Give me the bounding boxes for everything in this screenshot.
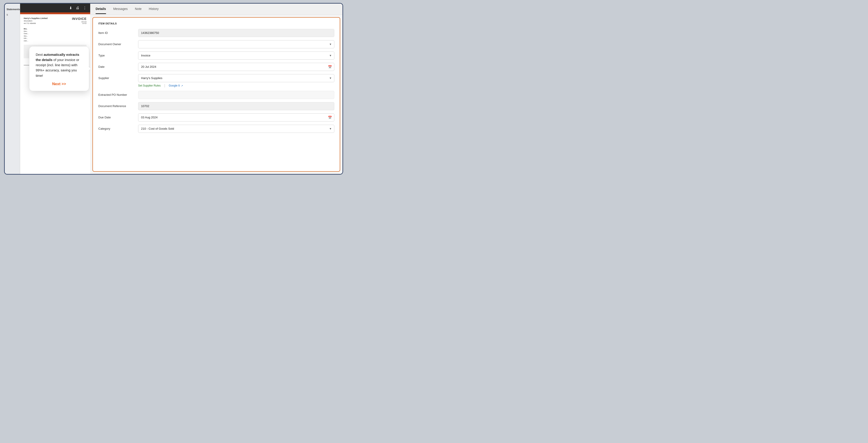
invoice-ref: 10702 <box>72 23 87 24</box>
tooltip-text: Dext automatically extracts the details … <box>36 52 83 78</box>
tab-details[interactable]: Details <box>96 4 106 14</box>
category-arrow: ▼ <box>329 127 332 130</box>
category-field[interactable]: 210 - Cost of Goods Sold ▼ <box>138 125 334 133</box>
details-panel: ITEM DETAILS Item ID 14362380750 Documen… <box>92 17 340 172</box>
external-link-icon: ↗ <box>181 84 183 87</box>
document-owner-row: Document Owner ▼ <box>98 40 334 48</box>
invoice-company-name: Harry's Supplies Limited <box>24 17 48 20</box>
invoice-header-right: INVOICE 20/7/24 10702 <box>72 17 87 24</box>
tab-history[interactable]: History <box>149 4 159 14</box>
type-field[interactable]: Invoice ▼ <box>138 52 334 60</box>
po-number-label: Extracted PO Number <box>98 93 134 97</box>
invoice-bill-section: BILL Dire... Oran... Sho... 020... oran.… <box>20 27 90 43</box>
download-icon[interactable]: ⬇ <box>69 6 72 10</box>
due-date-calendar-icon: 📅 <box>328 116 332 119</box>
tooltip-text-dext: Dext <box>36 53 43 57</box>
tab-messages[interactable]: Messages <box>113 4 128 14</box>
date-field[interactable]: 20 Jul 2024 📅 <box>138 63 334 71</box>
sidebar-header: Statements 1 <box>6 7 18 11</box>
tab-note[interactable]: Note <box>135 4 142 14</box>
doc-reference-label: Document Reference <box>98 104 134 108</box>
invoice-header-bar <box>20 12 90 14</box>
tabs-bar: Details Messages Note History <box>90 4 342 15</box>
statements-label: Statements <box>6 8 20 11</box>
doc-reference-value: 10702 <box>141 104 149 108</box>
due-date-value: 03 Aug 2024 <box>141 116 158 119</box>
invoice-date: 20/7/24 <box>72 21 87 23</box>
supplier-label: Supplier <box>98 76 134 80</box>
supplier-links: Set Supplier Rules | Google It ↗ <box>138 83 334 88</box>
item-id-field: 14362380750 <box>138 29 334 37</box>
section-title: ITEM DETAILS <box>98 22 334 25</box>
tooltip-popup: Dext automatically extracts the details … <box>29 46 89 91</box>
google-it-link[interactable]: Google It ↗ <box>169 84 183 87</box>
doc-reference-row: Document Reference 10702 <box>98 102 334 110</box>
doc-reference-field[interactable]: 10702 <box>138 102 334 110</box>
item-id-label: Item ID <box>98 31 134 35</box>
supplier-field[interactable]: Harry's Supplies ▼ <box>138 74 334 82</box>
supplier-row: Supplier Harry's Supplies ▼ <box>98 74 334 82</box>
date-value: 20 Jul 2024 <box>141 65 156 68</box>
print-icon[interactable]: 🖨 <box>76 6 79 10</box>
due-date-field[interactable]: 03 Aug 2024 📅 <box>138 113 334 122</box>
due-date-row: Due Date 03 Aug 2024 📅 <box>98 113 334 122</box>
category-row: Category 210 - Cost of Goods Sold ▼ <box>98 125 334 133</box>
sidebar: Statements 1 s <box>5 4 20 174</box>
doc-viewer: ⬇ 🖨 ⋮ Harry's Supplies Limited Shoreditc… <box>20 4 90 174</box>
more-options-icon[interactable]: ⋮ <box>83 6 87 10</box>
due-date-label: Due Date <box>98 116 134 119</box>
date-label: Date <box>98 65 134 68</box>
doc-content: Harry's Supplies Limited Shoreditch 44 7… <box>20 12 90 174</box>
po-number-row: Extracted PO Number <box>98 91 334 99</box>
date-row: Date 20 Jul 2024 📅 <box>98 63 334 71</box>
category-label: Category <box>98 127 134 130</box>
supplier-arrow: ▼ <box>329 76 332 80</box>
document-owner-label: Document Owner <box>98 42 134 46</box>
item-id-value: 14362380750 <box>141 31 159 35</box>
type-value: Invoice <box>141 54 150 57</box>
invoice-company: Harry's Supplies Limited Shoreditch 44 7… <box>24 17 48 25</box>
invoice-title: INVOICE <box>72 17 87 21</box>
document-owner-field[interactable]: ▼ <box>138 40 334 48</box>
sidebar-sub-label: s <box>6 13 18 16</box>
invoice-company-phone: 44 772 456456 <box>24 22 36 24</box>
set-supplier-rules-link[interactable]: Set Supplier Rules <box>138 84 160 87</box>
right-panel: Details Messages Note History ITEM DETAI… <box>90 4 342 174</box>
invoice-company-address: Shoreditch <box>24 20 32 22</box>
invoice-paper: Harry's Supplies Limited Shoreditch 44 7… <box>20 12 90 174</box>
next-button[interactable]: Next >> <box>36 82 83 86</box>
supplier-value: Harry's Supplies <box>141 76 162 80</box>
doc-toolbar: ⬇ 🖨 ⋮ <box>20 4 90 12</box>
category-value: 210 - Cost of Goods Sold <box>141 127 174 130</box>
type-label: Type <box>98 54 134 57</box>
po-number-field[interactable] <box>138 91 334 99</box>
app-container: Statements 1 s ⬇ 🖨 ⋮ Harry's Supplies Li… <box>4 3 343 175</box>
invoice-top: Harry's Supplies Limited Shoreditch 44 7… <box>20 14 90 27</box>
type-arrow: ▼ <box>329 54 332 57</box>
item-id-row: Item ID 14362380750 <box>98 29 334 37</box>
type-row: Type Invoice ▼ <box>98 52 334 60</box>
document-owner-arrow: ▼ <box>329 43 332 46</box>
date-calendar-icon: 📅 <box>328 65 332 69</box>
